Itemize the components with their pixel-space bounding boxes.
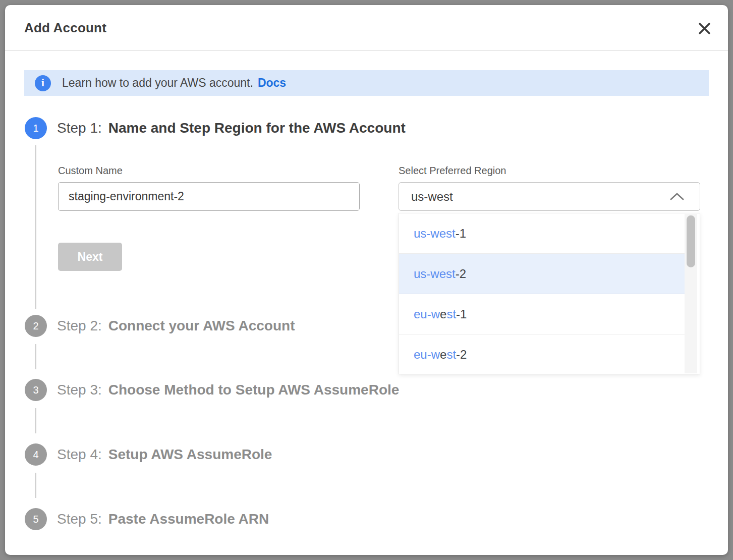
next-button[interactable]: Next: [58, 243, 122, 271]
custom-name-input[interactable]: [58, 182, 360, 211]
option-text-segment: -2: [456, 348, 467, 362]
step-3-title: Choose Method to Setup AWS AssumeRole: [108, 382, 400, 398]
step-1-header: 1 Step 1:Name and Step Region for the AW…: [25, 117, 406, 139]
region-option[interactable]: eu-west-2: [399, 334, 686, 375]
region-option[interactable]: us-west-1: [399, 213, 686, 254]
option-text-segment: eu-w: [414, 348, 440, 362]
chevron-up-icon: [669, 192, 685, 201]
option-text-segment: us-west: [414, 267, 456, 281]
custom-name-label: Custom Name: [58, 165, 123, 177]
option-text-segment: e: [440, 348, 446, 362]
step-2-title: Connect your AWS Account: [108, 318, 295, 333]
modal-title: Add Account: [24, 20, 106, 36]
region-label: Select Preferred Region: [399, 165, 506, 177]
option-text-segment: st: [446, 348, 456, 362]
step-4-heading: Step 4:Setup AWS AssumeRole: [57, 446, 272, 463]
close-icon: [698, 22, 711, 35]
step-5-prefix: Step 5:: [57, 511, 102, 527]
close-button[interactable]: [696, 20, 713, 37]
step-5-title: Paste AssumeRole ARN: [108, 511, 269, 527]
add-account-modal: Add Account i Learn how to add your AWS …: [5, 5, 728, 555]
step-5-header: 5 Step 5:Paste AssumeRole ARN: [25, 508, 269, 530]
step-connector: [35, 145, 36, 309]
region-dropdown: us-west-1us-west-2eu-west-1eu-west-2: [399, 213, 700, 374]
step-connector: [35, 408, 36, 433]
option-text-segment: -1: [456, 307, 467, 321]
region-option[interactable]: us-west-2: [399, 254, 686, 294]
step-1-prefix: Step 1:: [57, 120, 102, 136]
banner-text: Learn how to add your AWS account.: [62, 76, 253, 90]
option-text-segment: -2: [456, 267, 466, 281]
option-text-segment: us-west: [414, 227, 456, 241]
step-5-indicator: 5: [25, 508, 47, 530]
option-text-segment: eu-w: [414, 307, 440, 321]
region-options: us-west-1us-west-2eu-west-1eu-west-2: [399, 213, 686, 374]
dropdown-scrollbar-thumb[interactable]: [687, 215, 695, 267]
step-connector: [35, 344, 36, 369]
docs-link[interactable]: Docs: [258, 76, 286, 90]
option-text-segment: e: [440, 307, 446, 321]
step-3-heading: Step 3:Choose Method to Setup AWS Assume…: [57, 382, 399, 398]
region-select-value: us-west: [411, 190, 669, 204]
step-1-indicator: 1: [25, 117, 47, 139]
step-4-prefix: Step 4:: [57, 446, 102, 462]
step-1-heading: Step 1:Name and Step Region for the AWS …: [57, 120, 406, 136]
step-3-prefix: Step 3:: [57, 382, 102, 398]
step-2-prefix: Step 2:: [57, 318, 102, 333]
step-4-header: 4 Step 4:Setup AWS AssumeRole: [25, 443, 272, 466]
step-4-title: Setup AWS AssumeRole: [108, 446, 272, 462]
modal-header: Add Account: [5, 5, 728, 51]
option-text-segment: -1: [456, 227, 466, 241]
option-text-segment: st: [446, 307, 456, 321]
info-icon: i: [35, 75, 51, 91]
step-5-heading: Step 5:Paste AssumeRole ARN: [57, 511, 269, 527]
step-4-indicator: 4: [25, 443, 47, 466]
dropdown-scrollbar-track[interactable]: [685, 214, 697, 373]
step-3-indicator: 3: [25, 379, 47, 401]
info-banner: i Learn how to add your AWS account. Doc…: [24, 70, 709, 96]
step-3-header: 3 Step 3:Choose Method to Setup AWS Assu…: [25, 379, 399, 401]
step-2-heading: Step 2:Connect your AWS Account: [57, 318, 295, 334]
step-2-header: 2 Step 2:Connect your AWS Account: [25, 315, 295, 337]
region-option[interactable]: eu-west-1: [399, 294, 686, 334]
step-2-indicator: 2: [25, 315, 47, 337]
region-select[interactable]: us-west: [399, 182, 700, 211]
step-1-title: Name and Step Region for the AWS Account: [108, 120, 406, 136]
step-connector: [35, 473, 36, 498]
